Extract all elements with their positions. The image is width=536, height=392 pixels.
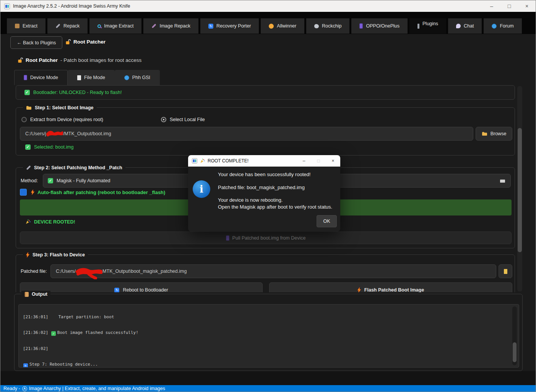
- browse-button[interactable]: Browse: [476, 127, 512, 141]
- boot-image-path-input[interactable]: C:/Users/j/MTK_Output/boot.img: [20, 127, 473, 141]
- dialog-close-button[interactable]: ×: [326, 155, 340, 167]
- reboot-to-bootloader-button[interactable]: Reboot to Bootloader: [20, 282, 263, 292]
- radio-select-local-file[interactable]: [161, 117, 166, 122]
- radio-extract-from-device[interactable]: [21, 117, 27, 122]
- radio-local-label: Select Local File: [170, 117, 205, 122]
- select-patched-file-button[interactable]: [499, 264, 512, 278]
- globe-icon: [124, 75, 129, 80]
- hammer-icon: [152, 24, 156, 28]
- log-line: [21:36:02]: [23, 346, 507, 352]
- close-button[interactable]: ×: [518, 0, 536, 12]
- step3-legend: Step 3: Flash to Device: [23, 251, 88, 258]
- status-text: Ready -: [3, 386, 20, 391]
- tab-image-repack[interactable]: Image Repack: [143, 18, 198, 34]
- scroll-icon: [24, 292, 29, 297]
- tab-phh-gsi[interactable]: Phh GSI: [115, 70, 160, 85]
- flash-patched-boot-button[interactable]: Flash Patched Boot Image: [269, 282, 512, 292]
- tab-chat[interactable]: Chat: [448, 18, 482, 34]
- tab-forum[interactable]: Forum: [484, 18, 521, 34]
- plugin-heading-subtitle: - Patch boot images for root access: [60, 57, 141, 63]
- wrench-icon: [56, 24, 60, 28]
- dialog-message-2: Patched file: boot_magisk_patched.img: [218, 184, 332, 191]
- plug-icon: [417, 24, 419, 29]
- dialog-body: i Your device has been successfully root…: [188, 167, 340, 232]
- tab-image-extract[interactable]: Image Extract: [89, 18, 141, 34]
- log-line: Step 7: Rebooting device...: [23, 362, 507, 368]
- output-legend: Output: [21, 291, 50, 298]
- folder-icon: [482, 131, 487, 136]
- autoflash-checkbox[interactable]: [20, 189, 27, 196]
- lightning-icon: [26, 252, 29, 258]
- pull-patched-boot-button[interactable]: Pull Patched boot.img from Device: [20, 232, 512, 244]
- redaction-scribble: [76, 268, 102, 279]
- tab-allwinner[interactable]: Allwinner: [261, 18, 304, 34]
- box-icon: [15, 24, 19, 28]
- folder-icon: [26, 105, 32, 110]
- content-scrollbar[interactable]: [517, 86, 522, 292]
- bootloader-status: Bootloader: UNLOCKED - Ready to flash!: [16, 85, 515, 100]
- mode-tab-bar: Device Mode File Mode Phh GSI: [14, 70, 160, 85]
- check-icon: [48, 178, 53, 183]
- maximize-button[interactable]: □: [500, 0, 518, 12]
- method-label: Method:: [21, 178, 42, 183]
- ok-button[interactable]: OK: [317, 215, 337, 227]
- app-window: Image Anarchy 2.5.2 - Android Image Swis…: [0, 0, 536, 392]
- plugin-heading-title: Root Patcher: [26, 57, 58, 63]
- tab-device-mode[interactable]: Device Mode: [14, 70, 68, 85]
- recovery-icon: [208, 24, 213, 29]
- tab-repack[interactable]: Repack: [47, 18, 88, 34]
- step2-legend: Step 2: Select Patching Method _Patch: [23, 164, 125, 171]
- chat-icon: [456, 24, 461, 28]
- dialog-title-bar[interactable]: ROOT COMPLETE! – □ ×: [188, 155, 340, 167]
- check-icon: [51, 331, 56, 336]
- main-tab-bar: Extract Repack Image Extract Image Repac…: [7, 18, 522, 34]
- root-complete-dialog: ROOT COMPLETE! – □ × i Your device has b…: [188, 155, 340, 232]
- dialog-message-3: Your device is now rebooting. Open the M…: [218, 197, 332, 211]
- back-to-plugins-button[interactable]: ← Back to Plugins: [10, 36, 62, 49]
- unlock-icon: [18, 57, 23, 63]
- party-icon: [25, 219, 31, 225]
- app-icon: [4, 3, 10, 9]
- window-title: Image Anarchy 2.5.2 - Android Image Swis…: [13, 3, 130, 9]
- phone-icon: [226, 235, 229, 241]
- lightning-icon: [31, 190, 34, 195]
- check-icon: [25, 144, 31, 150]
- anarchy-icon: [22, 386, 27, 391]
- file-icon: [504, 269, 507, 274]
- phone-icon: [24, 75, 27, 80]
- minimize-button[interactable]: –: [483, 0, 500, 12]
- tab-recovery-porter[interactable]: Recovery Porter: [200, 18, 259, 34]
- redaction-scribble: [46, 130, 63, 137]
- dialog-title: ROOT COMPLETE!: [208, 158, 249, 164]
- patched-file-label: Patched file:: [21, 269, 50, 274]
- tab-extract[interactable]: Extract: [7, 18, 45, 34]
- globe-icon: [492, 24, 497, 29]
- lightning-icon: [357, 287, 361, 292]
- log-line: [21:36:01] Target partition: boot: [23, 314, 507, 320]
- check-icon: [24, 90, 30, 95]
- dialog-minimize-button[interactable]: –: [297, 155, 311, 167]
- scrollbar-thumb[interactable]: [518, 128, 522, 252]
- console-scrollbar[interactable]: [512, 306, 517, 365]
- log-line: [21:36:02] Boot image flashed successful…: [23, 330, 507, 336]
- selected-file-status: Selected: boot.img: [25, 144, 74, 150]
- title-bar: Image Anarchy 2.5.2 - Android Image Swis…: [0, 0, 536, 12]
- output-console[interactable]: [21:36:01] Target partition: boot [21:36…: [18, 304, 519, 368]
- phone-icon: [359, 23, 363, 29]
- file-icon: [77, 75, 81, 80]
- patched-file-path-input[interactable]: C:/Users/MTK_Output\boot_magisk_patched.…: [50, 264, 496, 278]
- wrench-icon: [26, 165, 31, 170]
- step1-legend: Step 1: Select Boot Image: [23, 104, 97, 111]
- console-scrollbar-thumb[interactable]: [513, 342, 517, 362]
- reboot-icon: [114, 288, 119, 293]
- tab-oppo-oneplus[interactable]: OPPO/OnePlus: [351, 18, 408, 34]
- lion-icon: [269, 24, 274, 29]
- bottom-gap: [0, 371, 536, 385]
- tab-file-mode[interactable]: File Mode: [68, 70, 115, 85]
- app-icon: [192, 158, 197, 164]
- rock-icon: [314, 24, 319, 28]
- tab-rockchip[interactable]: Rockchip: [306, 18, 349, 34]
- step3-group: Step 3: Flash to Device Patched file: C:…: [16, 254, 515, 292]
- party-icon: [200, 159, 205, 164]
- tab-plugins[interactable]: Plugins: [409, 18, 446, 34]
